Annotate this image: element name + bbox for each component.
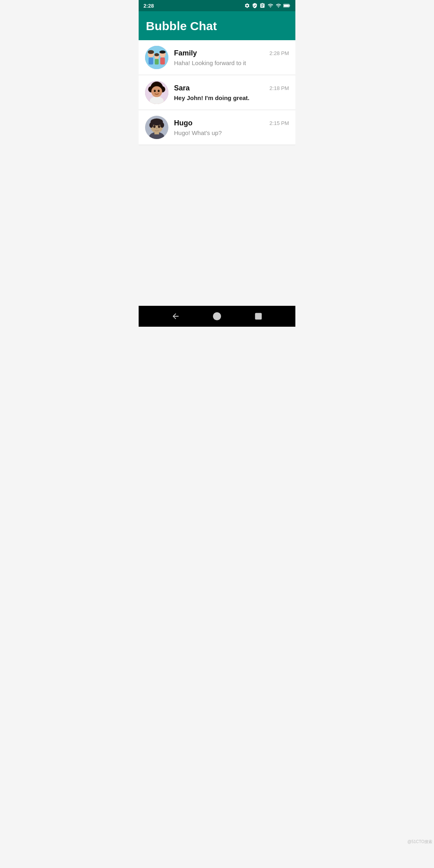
chat-preview-hugo: Hugo! What's up? bbox=[174, 129, 289, 136]
svg-point-13 bbox=[154, 53, 159, 56]
chat-item-hugo[interactable]: Hugo 2:15 PM Hugo! What's up? bbox=[139, 110, 295, 145]
home-button[interactable] bbox=[210, 309, 224, 323]
time-display: 2:28 bbox=[143, 3, 154, 9]
chat-header-row-sara: Sara 2:18 PM bbox=[174, 84, 289, 92]
battery-icon bbox=[283, 3, 291, 8]
chat-info-family: Family 2:28 PM Haha! Looking forward to … bbox=[174, 49, 289, 66]
svg-point-12 bbox=[160, 51, 166, 54]
svg-rect-37 bbox=[256, 313, 262, 319]
app-title: Bubble Chat bbox=[146, 19, 288, 33]
svg-point-11 bbox=[148, 50, 154, 54]
svg-point-23 bbox=[154, 90, 156, 92]
svg-point-35 bbox=[154, 129, 160, 132]
chat-info-hugo: Hugo 2:15 PM Hugo! What's up? bbox=[174, 119, 289, 136]
chat-name-sara: Sara bbox=[174, 84, 190, 92]
avatar-hugo bbox=[145, 116, 168, 139]
chat-preview-sara: Hey John! I'm doing great. bbox=[174, 94, 289, 101]
svg-point-24 bbox=[158, 90, 160, 92]
chat-list: Family 2:28 PM Haha! Looking forward to … bbox=[139, 40, 295, 145]
signal-icon bbox=[276, 3, 281, 8]
avatar-family bbox=[145, 46, 168, 69]
status-time: 2:28 bbox=[143, 3, 154, 9]
status-bar: 2:28 bbox=[139, 0, 295, 11]
svg-rect-1 bbox=[289, 5, 290, 6]
svg-rect-10 bbox=[155, 59, 159, 65]
svg-point-31 bbox=[160, 122, 164, 128]
svg-rect-2 bbox=[284, 4, 289, 6]
settings-icon bbox=[244, 3, 250, 8]
svg-point-33 bbox=[158, 125, 160, 128]
chat-name-family: Family bbox=[174, 49, 197, 57]
svg-point-36 bbox=[213, 313, 221, 320]
status-icons bbox=[244, 3, 291, 8]
chat-name-hugo: Hugo bbox=[174, 119, 192, 127]
svg-rect-8 bbox=[160, 57, 165, 64]
recent-button[interactable] bbox=[251, 309, 266, 323]
chat-time-sara: 2:18 PM bbox=[270, 85, 289, 91]
chat-item-sara[interactable]: Sara 2:18 PM Hey John! I'm doing great. bbox=[139, 75, 295, 110]
chat-preview-family: Haha! Looking forward to it bbox=[174, 59, 289, 66]
wifi-icon bbox=[267, 3, 274, 8]
svg-point-30 bbox=[149, 122, 154, 128]
chat-info-sara: Sara 2:18 PM Hey John! I'm doing great. bbox=[174, 84, 289, 101]
svg-rect-6 bbox=[149, 57, 154, 64]
back-button[interactable] bbox=[168, 309, 183, 323]
nav-bar bbox=[139, 306, 295, 327]
app-header: Bubble Chat bbox=[139, 11, 295, 40]
svg-point-22 bbox=[151, 86, 162, 97]
chat-time-hugo: 2:15 PM bbox=[270, 120, 289, 126]
svg-point-34 bbox=[156, 128, 158, 129]
chat-time-family: 2:28 PM bbox=[270, 50, 289, 56]
chat-header-row-hugo: Hugo 2:15 PM bbox=[174, 119, 289, 127]
empty-content-area bbox=[139, 145, 295, 306]
play-protect-icon bbox=[252, 3, 258, 8]
svg-point-32 bbox=[153, 125, 156, 128]
clipboard-icon bbox=[260, 3, 265, 8]
avatar-sara bbox=[145, 81, 168, 104]
chat-item-family[interactable]: Family 2:28 PM Haha! Looking forward to … bbox=[139, 40, 295, 75]
chat-header-row-family: Family 2:28 PM bbox=[174, 49, 289, 57]
